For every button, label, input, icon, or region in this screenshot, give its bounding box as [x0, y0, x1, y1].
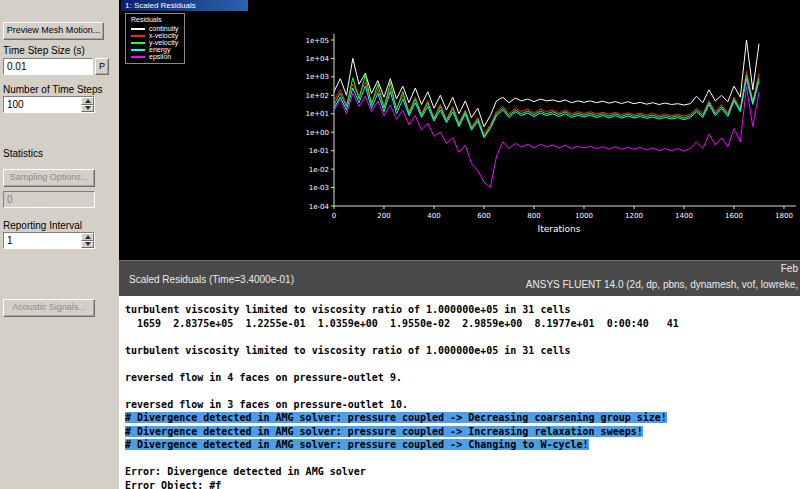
x-tick-label: 400 [427, 212, 440, 220]
stepper-down-icon[interactable] [81, 105, 94, 113]
graphics-window[interactable]: 1e+051e+041e+031e+021e+011e+001e-011e-02… [119, 0, 800, 296]
x-tick-label: 1600 [725, 212, 743, 220]
time-step-size-label: Time Step Size (s) [3, 45, 85, 56]
y-tick-label: 1e+01 [305, 110, 329, 118]
console-line-text: 1659 2.8375e+05 1.2255e-01 1.0359e+00 1.… [125, 318, 679, 329]
stepper-up-icon[interactable] [81, 233, 94, 241]
series-y-velocity [334, 75, 759, 137]
plot-caption-version: ANSYS FLUENT 14.0 (2d, dp, pbns, dynames… [526, 279, 798, 290]
stepper-down-icon[interactable] [81, 241, 94, 249]
legend-swatch [131, 49, 145, 51]
chart-legend-entries: continuityx-velocityy-velocityenergyepsi… [131, 25, 179, 60]
series-x-velocity [334, 71, 759, 134]
y-tick-label: 1e+03 [305, 73, 329, 81]
acoustic-signals-button[interactable]: Acoustic Signals... [3, 299, 95, 317]
y-tick-label: 1e-02 [309, 166, 329, 174]
x-tick-label: 200 [377, 212, 390, 220]
x-tick-label: 800 [527, 212, 540, 220]
console-line [125, 452, 800, 466]
legend-entry: x-velocity [131, 32, 179, 39]
console-line: reversed flow in 4 faces on pressure-out… [125, 371, 800, 385]
x-tick-label: 1800 [775, 212, 793, 220]
number-of-time-steps-label: Number of Time Steps [3, 84, 102, 95]
stepper-up-icon[interactable] [81, 97, 94, 105]
y-tick-label: 1e+00 [305, 129, 329, 137]
legend-swatch [131, 28, 145, 30]
console-line: 1659 2.8375e+05 1.2255e-01 1.0359e+00 1.… [125, 317, 800, 331]
console-line: # Divergence detected in AMG solver: pre… [125, 411, 800, 425]
console-line-text: Error Object: #f [125, 480, 221, 489]
legend-entry: y-velocity [131, 39, 179, 46]
console-line: # Divergence detected in AMG solver: pre… [125, 438, 800, 452]
console-line: Error: Divergence detected in AMG solver [125, 465, 800, 479]
plot-caption-bar: Scaled Residuals (Time=3.4000e-01) Feb A… [119, 260, 800, 296]
console-line-text: Error: Divergence detected in AMG solver [125, 466, 366, 477]
series-epsilon [334, 87, 759, 188]
console-line-selected-text: # Divergence detected in AMG solver: pre… [125, 439, 589, 450]
number-of-time-steps-fieldwrap [3, 96, 95, 113]
legend-label: epsilon [149, 53, 171, 60]
chart-legend: Residuals continuityx-velocityy-velocity… [125, 13, 185, 64]
reporting-interval-fieldwrap [3, 232, 95, 249]
console-line: turbulent viscosity limited to viscosity… [125, 344, 800, 358]
legend-swatch [131, 35, 145, 37]
legend-entry: continuity [131, 25, 179, 32]
legend-entry: energy [131, 46, 179, 53]
y-tick-label: 1e+04 [305, 55, 329, 63]
x-tick-label: 0 [332, 212, 336, 220]
time-step-p-button[interactable]: P [95, 58, 109, 75]
console-line: reversed flow in 3 faces on pressure-out… [125, 398, 800, 412]
y-tick-label: 1e+02 [305, 92, 329, 100]
console-line-selected-text: # Divergence detected in AMG solver: pre… [125, 426, 643, 437]
console-line: # Divergence detected in AMG solver: pre… [125, 425, 800, 439]
legend-label: x-velocity [149, 32, 178, 39]
x-tick-label: 1400 [675, 212, 693, 220]
legend-entry: epsilon [131, 53, 179, 60]
console-output[interactable]: turbulent viscosity limited to viscosity… [119, 296, 800, 489]
console-line-text: reversed flow in 4 faces on pressure-out… [125, 372, 402, 383]
legend-swatch [131, 42, 145, 44]
preview-mesh-motion-button[interactable]: Preview Mesh Motion... [3, 22, 104, 40]
x-axis-title: Iterations [538, 224, 581, 234]
series-energy [334, 79, 759, 138]
console-line-text: turbulent viscosity limited to viscosity… [125, 345, 571, 356]
x-tick-label: 1000 [575, 212, 593, 220]
legend-title: Residuals [131, 16, 179, 24]
console-line [125, 330, 800, 344]
time-step-size-input[interactable] [4, 59, 92, 74]
y-tick-label: 1e-01 [309, 147, 329, 155]
run-calculation-panel: Preview Mesh Motion... Time Step Size (s… [0, 0, 119, 489]
y-tick-label: 1e+05 [305, 37, 329, 45]
statistics-label: Statistics [3, 148, 43, 159]
y-tick-label: 1e-04 [309, 203, 330, 211]
reporting-interval-input[interactable] [4, 233, 81, 248]
plot-caption-title: Scaled Residuals (Time=3.4000e-01) [129, 274, 294, 285]
console-line: turbulent viscosity limited to viscosity… [125, 303, 800, 317]
console-line: Error Object: #f [125, 479, 800, 489]
residuals-window-titlebar[interactable]: 1: Scaled Residuals [121, 0, 248, 11]
legend-swatch [131, 56, 145, 58]
number-of-time-steps-stepper [81, 97, 94, 112]
reporting-interval-stepper [81, 233, 94, 248]
plot-caption-date: Feb [781, 263, 798, 274]
legend-label: y-velocity [149, 39, 178, 46]
legend-label: energy [149, 46, 170, 53]
console-line-selected-text: # Divergence detected in AMG solver: pre… [125, 412, 667, 423]
y-tick-label: 1e-03 [309, 184, 329, 192]
fluent-app-window: Preview Mesh Motion... Time Step Size (s… [0, 0, 800, 489]
console-line-text: turbulent viscosity limited to viscosity… [125, 304, 571, 315]
chart-canvas: 1e+051e+041e+031e+021e+011e+001e-011e-02… [119, 0, 800, 260]
reporting-interval-label: Reporting Interval [3, 220, 82, 231]
console-line [125, 357, 800, 371]
sampling-options-button[interactable]: Sampling Options... [3, 169, 95, 187]
sampled-time-fieldwrap [3, 191, 95, 208]
number-of-time-steps-input[interactable] [4, 97, 81, 112]
console-line-text: reversed flow in 3 faces on pressure-out… [125, 399, 408, 410]
legend-label: continuity [149, 25, 179, 32]
console-line [125, 384, 800, 398]
sampled-time-input [4, 192, 94, 207]
x-tick-label: 1200 [625, 212, 643, 220]
x-tick-label: 600 [477, 212, 490, 220]
time-step-size-fieldwrap [3, 58, 93, 75]
